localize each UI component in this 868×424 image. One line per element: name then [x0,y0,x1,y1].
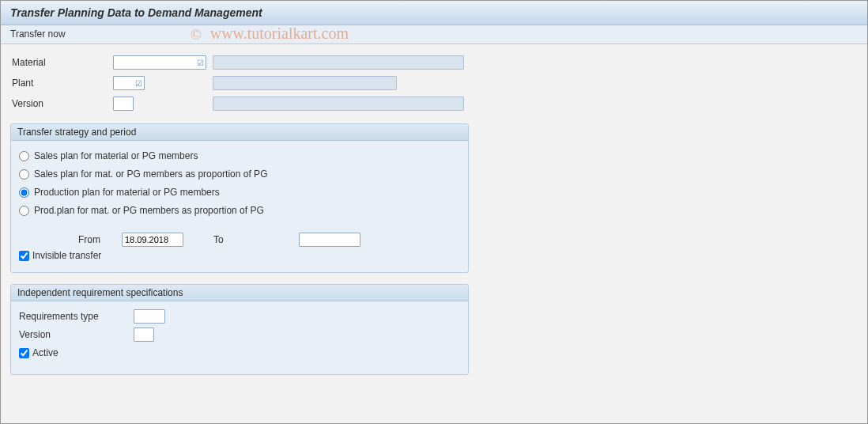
material-desc-box [213,55,464,70]
group-requirement-spec: Independent requirement specifications R… [10,284,469,375]
radio-label-prod-prop: Prod.plan for mat. or PG members as prop… [34,205,264,216]
radio-sales-plan[interactable] [19,151,29,161]
spec-version-input[interactable] [134,327,154,342]
transfer-now-button[interactable]: Transfer now [10,28,66,40]
group-spec-title: Independent requirement specifications [11,285,468,301]
active-row: Active [19,345,460,361]
plant-row: Plant ☑ [10,74,858,92]
version-label: Version [10,98,113,109]
active-label: Active [32,347,58,358]
plant-input[interactable] [113,76,145,90]
from-input[interactable] [122,233,183,247]
to-input[interactable] [299,233,360,247]
reqtype-row: Requirements type [19,309,460,324]
material-input[interactable] [113,55,206,70]
material-row: Material ☑ [10,54,858,71]
spec-version-label: Version [19,329,134,340]
radio-sales-prop[interactable] [19,169,29,180]
reqtype-input[interactable] [134,309,165,324]
reqtype-label: Requirements type [19,311,134,322]
radio-label-prod-plan: Production plan for material or PG membe… [34,187,220,198]
invisible-transfer-label: Invisible transfer [32,250,101,261]
radio-row-sales-plan: Sales plan for material or PG members [19,148,460,164]
version-desc-box [213,97,464,111]
radio-row-prod-prop: Prod.plan for mat. or PG members as prop… [19,203,460,218]
version-input[interactable] [113,97,134,111]
radio-row-sales-prop: Sales plan for mat. or PG members as pro… [19,166,460,182]
to-label: To [213,234,245,245]
material-label: Material [10,57,113,68]
version-row: Version [10,95,858,112]
radio-label-sales-plan: Sales plan for material or PG members [34,150,198,161]
spec-version-row: Version [19,327,460,343]
radio-prod-prop[interactable] [19,206,29,216]
radio-prod-plan[interactable] [19,187,29,198]
group-strategy-title: Transfer strategy and period [11,124,468,141]
radio-label-sales-prop: Sales plan for mat. or PG members as pro… [34,168,267,180]
from-label: From [78,234,122,245]
active-checkbox[interactable] [19,348,29,358]
group-transfer-strategy: Transfer strategy and period Sales plan … [10,123,469,273]
page-title: Transfer Planning Data to Demand Managem… [10,6,262,19]
date-row: From To [19,233,460,247]
invisible-transfer-checkbox[interactable] [19,251,29,261]
window-title-bar: Transfer Planning Data to Demand Managem… [1,1,867,25]
radio-row-prod-plan: Production plan for material or PG membe… [19,184,460,200]
toolbar: Transfer now [1,25,867,44]
invisible-transfer-row: Invisible transfer [19,250,460,261]
content-area: Material ☑ Plant ☑ Version Transfer stra… [1,44,867,384]
plant-desc-box [213,76,397,90]
plant-label: Plant [10,78,113,89]
